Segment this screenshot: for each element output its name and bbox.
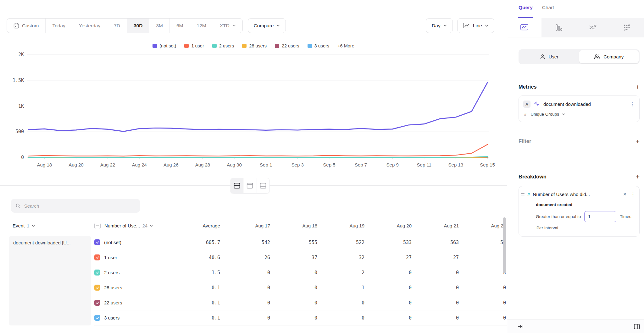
tab-bar-chart[interactable] xyxy=(541,18,576,37)
legend-swatch xyxy=(308,44,312,48)
legend-item[interactable]: 1 user xyxy=(184,43,204,48)
breakdown-property-name[interactable]: Number of Users who did... xyxy=(533,192,619,197)
tab-line-chart[interactable] xyxy=(507,18,541,37)
table-row: 28 users0.1001000 xyxy=(94,280,507,295)
event-click-icon xyxy=(534,101,540,107)
value-cell: 0 xyxy=(275,300,322,306)
legend-label: 3 users xyxy=(314,43,330,48)
legend-label: 22 users xyxy=(282,43,299,48)
value-cell: 27 xyxy=(369,255,416,260)
legend-item[interactable]: 28 users xyxy=(242,43,267,48)
chart-type-dropdown[interactable]: Line xyxy=(457,18,494,33)
value-cell: 1 xyxy=(322,285,369,291)
layout-top-button[interactable] xyxy=(244,178,257,193)
range-label: XTD xyxy=(220,23,230,29)
date-range-group: CustomTodayYesterday7D30D3M6M12MXTD xyxy=(7,18,243,33)
chevron-down-icon xyxy=(32,225,35,227)
line-chart: 05001K1.5K2KAug 18Aug 20Aug 22Aug 24Aug … xyxy=(0,50,507,171)
value-cell: 0 xyxy=(227,270,275,276)
legend-label: 28 users xyxy=(249,43,267,48)
table-row: 22 users0.1000000 xyxy=(94,295,507,310)
range-12m[interactable]: 12M xyxy=(190,19,213,33)
measure-dropdown[interactable]: Unique Groups xyxy=(530,112,565,117)
range-30d[interactable]: 30D xyxy=(127,19,149,33)
row-average: 40.6 xyxy=(183,255,227,260)
condition-value-input[interactable] xyxy=(584,211,616,222)
kebab-menu-icon[interactable]: ⋮ xyxy=(630,101,635,107)
range-6m[interactable]: 6M xyxy=(170,19,190,33)
search-input[interactable] xyxy=(24,203,135,209)
check-icon xyxy=(96,316,99,320)
add-metric-button[interactable]: + xyxy=(636,84,640,90)
row-average: 0.1 xyxy=(183,300,227,306)
legend-item[interactable]: (not set) xyxy=(153,43,176,48)
row-label: 28 users xyxy=(104,285,122,290)
kebab-menu-icon[interactable]: ⋮ xyxy=(630,191,636,197)
legend-item[interactable]: 2 users xyxy=(212,43,234,48)
condition-unit-label: Times xyxy=(620,214,631,219)
series-header-dropdown[interactable]: Number of Use... 24 xyxy=(104,223,153,228)
close-icon[interactable]: × xyxy=(622,191,628,198)
value-cell: 522 xyxy=(322,240,369,245)
metric-event-name[interactable]: document downloaded xyxy=(543,101,626,107)
legend-swatch xyxy=(153,44,157,48)
legend-item[interactable]: 3 users xyxy=(308,43,330,48)
row-checkbox[interactable] xyxy=(94,239,100,245)
range-3m[interactable]: 3M xyxy=(149,19,170,33)
range-yesterday[interactable]: Yesterday xyxy=(72,19,107,33)
panel-tab-query[interactable]: Query xyxy=(519,5,533,18)
compare-button[interactable]: Compare xyxy=(248,18,286,33)
svg-text:Aug 28: Aug 28 xyxy=(195,162,210,167)
range-7d[interactable]: 7D xyxy=(107,19,127,33)
date-column-header: Aug 18 xyxy=(275,223,322,228)
interval-dropdown[interactable]: Day xyxy=(426,18,453,33)
legend-more-link[interactable]: +6 More xyxy=(337,43,354,48)
check-icon xyxy=(96,286,99,290)
line-chart-icon xyxy=(463,23,470,29)
tab-data-table[interactable] xyxy=(610,18,644,37)
row-checkbox[interactable] xyxy=(94,254,100,260)
panel-tab-chart[interactable]: Chart xyxy=(542,5,554,18)
metric-card-title-row: A document downloaded ⋮ xyxy=(523,101,635,108)
event-column-header[interactable]: Event 1 xyxy=(0,223,94,228)
value-cell: 533 xyxy=(369,240,416,245)
chevron-down-icon xyxy=(150,225,153,227)
svg-text:Sep 3: Sep 3 xyxy=(291,162,304,167)
value-cell: 32 xyxy=(322,255,369,260)
drag-handle-icon[interactable] xyxy=(521,193,525,195)
collapse-panel-button[interactable] xyxy=(518,324,524,329)
per-interval-label: Per Interval xyxy=(536,226,636,230)
event-list-item[interactable]: document downloaded [U... xyxy=(9,236,91,325)
add-filter-button[interactable]: + xyxy=(636,138,640,145)
add-breakdown-button[interactable]: + xyxy=(636,173,640,180)
scope-company[interactable]: Company xyxy=(579,50,639,63)
scope-label: User xyxy=(548,54,558,59)
toolbar-right: Day Line xyxy=(426,18,494,33)
row-checkbox[interactable] xyxy=(94,315,100,321)
row-label: 2 users xyxy=(104,270,119,275)
legend-item[interactable]: 22 users xyxy=(275,43,299,48)
table-row: (not set)605.754255552253356353 xyxy=(94,235,507,250)
row-checkbox[interactable] xyxy=(94,285,100,291)
svg-text:Aug 30: Aug 30 xyxy=(227,162,242,167)
legend-swatch xyxy=(184,44,189,48)
svg-text:Sep 11: Sep 11 xyxy=(417,162,431,167)
scope-user[interactable]: User xyxy=(519,50,579,63)
select-all-checkbox[interactable] xyxy=(94,223,101,229)
row-checkbox[interactable] xyxy=(94,270,100,276)
layout-split-button[interactable] xyxy=(231,178,244,193)
table-vertical-scrollbar[interactable] xyxy=(503,217,506,273)
panel-content: UserCompany Metrics + A document downloa… xyxy=(507,49,644,237)
range-custom[interactable]: Custom xyxy=(7,19,46,33)
sidebar-panel-icon xyxy=(634,324,640,329)
toggle-sidebar-button[interactable] xyxy=(634,324,640,329)
range-today[interactable]: Today xyxy=(46,19,72,33)
check-icon xyxy=(96,256,99,259)
chart-toolbar: CustomTodayYesterday7D30D3M6M12MXTD Comp… xyxy=(7,18,494,33)
layout-bottom-button[interactable] xyxy=(257,178,269,193)
tab-flow-chart[interactable] xyxy=(576,18,610,37)
chevron-down-icon xyxy=(276,25,280,27)
row-checkbox[interactable] xyxy=(94,300,100,306)
analytics-page: CustomTodayYesterday7D30D3M6M12MXTD Comp… xyxy=(0,0,644,333)
range-xtd[interactable]: XTD xyxy=(213,19,242,33)
